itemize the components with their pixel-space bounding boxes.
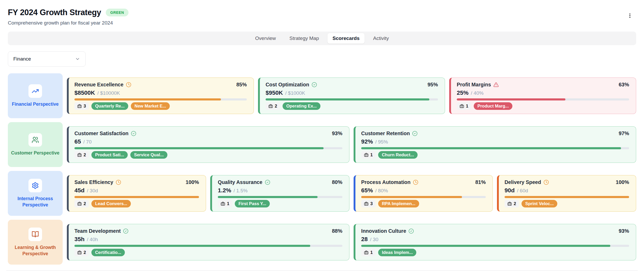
kpi-value-row: $8500K / $10000K — [74, 90, 247, 96]
alert-triangle-icon — [493, 82, 499, 87]
kpi-value: 90d — [505, 187, 515, 194]
objective-pill[interactable]: Operating Ex... — [283, 102, 320, 110]
kpi-pills: Churn Reduct... — [378, 151, 418, 159]
kpi-card[interactable]: Quality Assurance 80% 1.2% / 1.5% 1 Firs… — [210, 175, 349, 212]
briefcase-icon — [77, 201, 82, 206]
perspective-tile: Learning & Growth Perspective — [8, 220, 63, 265]
tab-activity[interactable]: Activity — [368, 33, 394, 44]
page-title: FY 2024 Growth Strategy — [8, 8, 101, 17]
initiative-count: 1 — [227, 201, 229, 206]
trending-up-icon — [32, 87, 39, 95]
kpi-pills: Lead Convers... — [91, 200, 131, 207]
kpi-card-header: Process Automation 81% — [361, 179, 486, 185]
more-options-button[interactable] — [625, 11, 635, 20]
tab-overview[interactable]: Overview — [250, 33, 281, 44]
book-open-icon — [32, 231, 39, 238]
kpi-value: 28 — [361, 236, 368, 243]
kpi-progress-percent: 100% — [616, 179, 629, 185]
initiatives-badge: 1 — [361, 151, 376, 159]
kpi-progress-percent: 93% — [619, 228, 629, 234]
kpi-card[interactable]: Customer Satisfaction 93% 65 / 70 2 Prod… — [67, 126, 349, 163]
progress-track — [74, 147, 342, 149]
check-circle-icon — [408, 228, 414, 234]
kpi-value: $8500K — [74, 90, 95, 96]
kpi-card[interactable]: Innovation Culture 93% 28 / 30 1 Ideas I… — [354, 224, 636, 260]
objective-pill[interactable]: Lead Convers... — [91, 200, 131, 207]
objective-pill[interactable]: Sprint Veloc... — [522, 200, 557, 207]
initiative-count: 3 — [370, 201, 373, 206]
objective-pill[interactable]: Product Sati... — [91, 151, 128, 159]
kpi-title: Team Development — [74, 228, 121, 234]
check-circle-icon — [412, 131, 418, 136]
progress-track — [218, 196, 342, 198]
kpi-title: Innovation Culture — [361, 228, 406, 234]
kebab-menu-icon — [627, 13, 633, 19]
objective-pill[interactable]: RPA Implemen... — [378, 200, 419, 207]
initiatives-badge: 1 — [361, 249, 376, 256]
kpi-card-header: Profit Margins 63% — [457, 82, 629, 88]
progress-fill — [266, 98, 429, 100]
objective-pill[interactable]: Service Qual... — [130, 151, 167, 159]
perspective-tile: Financial Perspective — [8, 73, 63, 118]
objective-pill[interactable]: New Market E... — [131, 102, 170, 110]
kpi-card[interactable]: Sales Efficiency 100% 45d / 30d 2 Lead C… — [67, 175, 206, 212]
kpi-card[interactable]: Customer Retention 97% 92% / 95% 1 Churn… — [354, 126, 636, 163]
kpi-card-footer: 1 Churn Reduct... — [361, 151, 629, 159]
progress-track — [74, 196, 199, 198]
perspective-row: Learning & Growth Perspective Team Devel… — [8, 220, 636, 265]
kpi-card[interactable]: Revenue Excellence 85% $8500K / $10000K … — [67, 78, 254, 114]
objective-pill[interactable]: First Pass Y... — [235, 200, 270, 207]
department-filter-select[interactable]: Finance — [8, 51, 86, 67]
progress-fill — [74, 245, 310, 247]
initiative-count: 2 — [514, 201, 516, 206]
initiatives-badge: 2 — [74, 200, 89, 207]
kpi-card[interactable]: Profit Margins 63% 25% / 40% 1 Product M… — [449, 78, 636, 114]
kpi-value: 45d — [74, 187, 85, 194]
tab-strategy-map[interactable]: Strategy Map — [284, 33, 324, 44]
kpi-card[interactable]: Delivery Speed 100% 90d / 60d 2 Sprint V… — [497, 175, 636, 212]
kpi-card-header: Cost Optimization 95% — [266, 82, 438, 88]
kpi-target: / 30 — [370, 237, 378, 242]
progress-track — [505, 196, 629, 198]
kpi-progress-percent: 97% — [619, 130, 629, 136]
tab-scorecards[interactable]: Scorecards — [327, 33, 365, 44]
initiative-count: 1 — [370, 250, 373, 255]
kpi-card-footer: 1 First Pass Y... — [218, 200, 342, 207]
kpi-pills: Certificatio... — [91, 249, 125, 256]
initiatives-badge: 2 — [74, 151, 89, 159]
kpi-target: / 95% — [375, 139, 388, 145]
check-circle-icon — [123, 228, 128, 234]
kpi-pills: Ideas Implem... — [378, 249, 416, 256]
kpi-target: / $1000K — [285, 90, 305, 96]
briefcase-icon — [77, 153, 82, 157]
objective-pill[interactable]: Churn Reduct... — [378, 151, 418, 159]
check-circle-icon — [312, 82, 317, 87]
kpi-value-row: 28 / 30 — [361, 236, 629, 243]
kpi-card[interactable]: Team Development 88% 35h / 40h 2 Certifi… — [67, 224, 349, 260]
objective-pill[interactable]: Product Marg... — [474, 102, 512, 110]
initiatives-badge: 1 — [457, 102, 471, 110]
briefcase-icon — [77, 250, 82, 255]
objective-pill[interactable]: Quarterly Re... — [91, 102, 128, 110]
perspective-iconbox — [28, 84, 42, 98]
kpi-value: 35h — [74, 236, 85, 243]
kpi-card-header: Sales Efficiency 100% — [74, 179, 199, 185]
kpi-title: Customer Retention — [361, 130, 410, 136]
objective-pill[interactable]: Ideas Implem... — [378, 249, 416, 256]
objective-pill[interactable]: Certificatio... — [91, 249, 125, 256]
kpi-value: 25% — [457, 90, 469, 96]
check-circle-icon — [265, 180, 270, 185]
kpi-card-header: Team Development 88% — [74, 228, 342, 234]
kpi-card[interactable]: Process Automation 81% 65% / 80% 3 RPA I… — [354, 175, 493, 212]
kpi-pills: Sprint Veloc... — [522, 200, 557, 207]
perspective-tile: Customer Perspective — [8, 122, 63, 167]
kpi-card[interactable]: Cost Optimization 95% $950K / $1000K 2 O… — [258, 78, 445, 114]
kpi-value-row: 92% / 95% — [361, 138, 629, 145]
kpi-card-header: Customer Retention 97% — [361, 130, 629, 136]
kpi-pills: Quarterly Re...New Market E... — [91, 102, 170, 110]
initiatives-badge: 3 — [361, 200, 376, 207]
progress-track — [457, 98, 629, 100]
kpi-card-footer: 1 Product Marg... — [457, 102, 629, 110]
kpi-title: Quality Assurance — [218, 179, 262, 185]
briefcase-icon — [77, 104, 82, 108]
